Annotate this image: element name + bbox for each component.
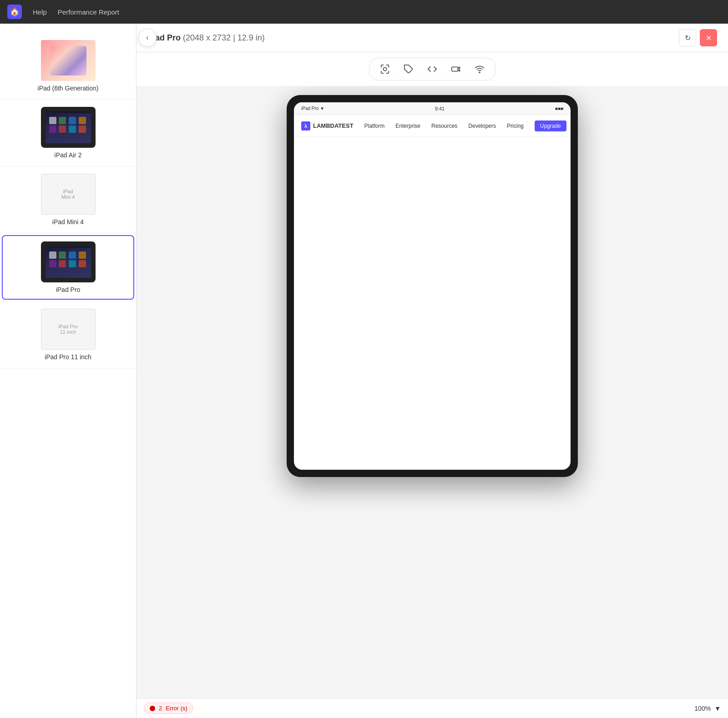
svg-point-0 [383,67,386,70]
ipad-air2-label: iPad Air 2 [55,151,82,159]
lt-pricing-link[interactable]: Pricing [507,123,524,129]
bottom-status-bar: 2 Error (s) 100% ▼ [136,698,728,718]
device-card-ipad-mini4[interactable]: iPadMini 4 iPad Mini 4 [0,166,136,233]
viewer-title: iPad Pro (2048 x 2732 | 12.9 in) [147,33,265,43]
lt-enterprise-link[interactable]: Enterprise [395,123,420,129]
svg-rect-2 [452,67,458,71]
status-left: iPad Pro ▼ [301,106,324,111]
ipad-pro-frame: iPad Pro ▼ 9:41 ■■■ λ LAMBDATEST [287,95,578,477]
zoom-control[interactable]: 100% ▼ [694,705,721,712]
code-button[interactable] [424,61,440,77]
status-right: ■■■ [555,106,563,111]
wifi-icon [475,64,485,74]
ipad-6th-thumbnail [41,40,96,81]
wifi-button[interactable] [471,61,488,77]
screenshot-button[interactable] [377,61,393,77]
refresh-button[interactable]: ↻ [679,29,696,46]
device-card-ipad-pro-11[interactable]: iPad Pro11 inch iPad Pro 11 inch [0,301,136,368]
device-card-ipad-pro[interactable]: iPad Pro [2,235,134,300]
ipad-mini4-thumbnail: iPadMini 4 [41,174,96,215]
error-badge[interactable]: 2 Error (s) [144,703,193,714]
ipad-mini4-label: iPad Mini 4 [52,218,84,226]
viewer-controls: ↻ ✕ [679,29,717,46]
ipad-6th-label: iPad (6th Generation) [38,85,99,92]
ipad-pro-label: iPad Pro [56,286,81,293]
mark-button[interactable] [400,61,417,77]
ipad-screen: iPad Pro ▼ 9:41 ■■■ λ LAMBDATEST [294,102,571,470]
lt-upgrade-button[interactable]: Upgrade [535,121,566,131]
help-link[interactable]: Help [33,8,47,16]
ipad-pro-11-thumbnail: iPad Pro11 inch [41,309,96,350]
device-toolbar [136,52,728,86]
device-status-bar: iPad Pro ▼ 9:41 ■■■ [294,102,571,115]
mark-icon [404,64,414,74]
main-layout: iPad (6th Generation) [0,24,728,718]
video-button[interactable] [448,61,464,77]
lambdatest-nav: λ LAMBDATEST Platform Enterprise Resourc… [294,115,571,137]
close-icon: ✕ [706,34,712,42]
device-sidebar: iPad (6th Generation) [0,24,136,718]
collapse-sidebar-button[interactable]: ‹ [138,29,157,47]
error-count: 2 [159,705,162,712]
ipad-pro-thumbnail [41,241,96,282]
device-frame-area: iPad Pro ▼ 9:41 ■■■ λ LAMBDATEST [136,86,728,698]
device-card-ipad-6th[interactable]: iPad (6th Generation) [0,33,136,100]
zoom-chevron-icon: ▼ [714,705,721,712]
lt-resources-link[interactable]: Resources [431,123,457,129]
refresh-icon: ↻ [685,34,691,42]
lt-logo-icon: λ [301,121,310,131]
viewer-header: ‹ iPad Pro (2048 x 2732 | 12.9 in) ↻ ✕ [136,24,728,52]
zoom-value: 100% [694,705,711,712]
ipad-air2-thumbnail [41,107,96,148]
code-icon [427,64,437,74]
top-navigation: 🏠 Help Performance Report [0,0,728,24]
video-icon [451,64,461,74]
ipad-pro-11-label: iPad Pro 11 inch [45,353,91,361]
close-button[interactable]: ✕ [700,29,717,46]
screenshot-icon [380,64,390,74]
error-label: Error (s) [166,705,187,712]
device-card-ipad-air2[interactable]: iPad Air 2 [0,100,136,166]
home-logo[interactable]: 🏠 [7,5,22,19]
error-dot-icon [150,706,155,711]
status-center: 9:41 [435,106,445,111]
lambdatest-logo: λ LAMBDATEST [301,121,354,131]
toolbar-container [369,58,495,80]
lt-platform-link[interactable]: Platform [364,123,385,129]
performance-report-link[interactable]: Performance Report [58,8,119,16]
content-area: ‹ iPad Pro (2048 x 2732 | 12.9 in) ↻ ✕ [136,24,728,718]
lt-developers-link[interactable]: Developers [468,123,496,129]
svg-point-4 [479,72,480,73]
svg-marker-3 [458,67,460,71]
